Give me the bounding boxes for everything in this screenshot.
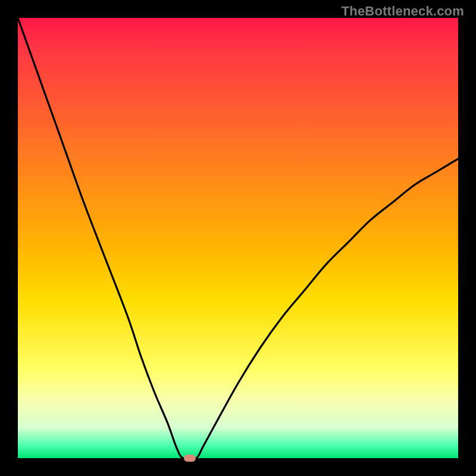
bottleneck-curve bbox=[18, 18, 458, 458]
watermark-text: TheBottleneck.com bbox=[342, 4, 464, 19]
plot-area bbox=[18, 18, 458, 458]
minimum-marker bbox=[184, 455, 196, 462]
chart-frame: TheBottleneck.com bbox=[0, 0, 476, 476]
